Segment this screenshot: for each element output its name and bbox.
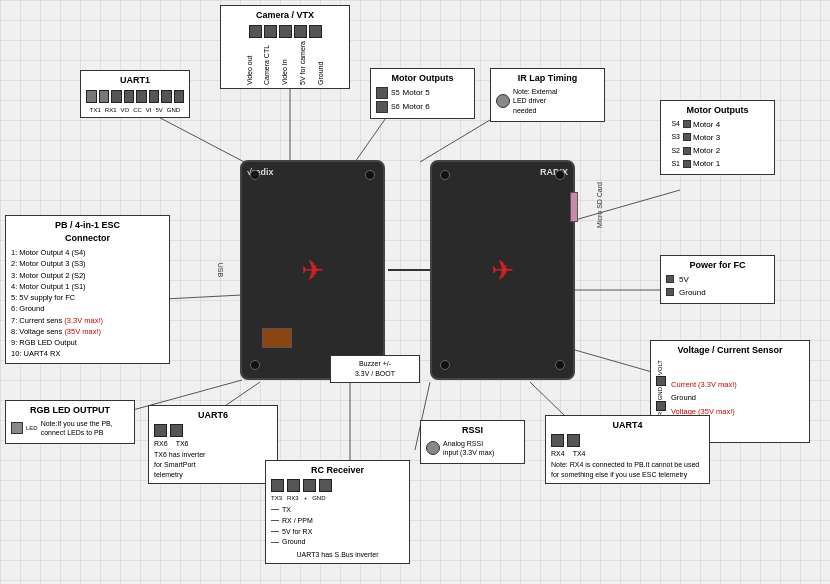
- pb-item-4: 4: Motor Output 1 (S1): [11, 281, 164, 292]
- motor3-text: Motor 3: [693, 132, 720, 143]
- camera-pin-label-4: 5V for camera: [298, 41, 308, 85]
- sd-card-slot: [570, 192, 578, 222]
- uart1-title: UART1: [86, 74, 184, 87]
- motor4-row: S4 Motor 4: [666, 119, 769, 130]
- rgb-led-note: Note:If you use the PB, connect LEDs to …: [41, 419, 129, 439]
- mount-hole-tr-right: [555, 170, 565, 180]
- camera-pin-3: [279, 25, 292, 38]
- motor-outputs-left-title: Motor Outputs: [376, 72, 469, 85]
- motor2-label-s: S2: [666, 146, 680, 156]
- rc-5v-line: [271, 531, 279, 532]
- motor-outputs-left-section: Motor Outputs S5 Motor 5 S6 Motor 6: [370, 68, 475, 119]
- uart1-pin-3: [111, 90, 122, 103]
- pb-item-10: 10: UART4 RX: [11, 348, 164, 359]
- motor5-text: Motor 5: [403, 87, 430, 98]
- board-right: RADIX ✈ Micro SD Card: [430, 160, 575, 380]
- pb-item-8: 8: Voltage sens (35V max!): [11, 326, 164, 337]
- mount-hole-tr-left: [365, 170, 375, 180]
- drone-icon-left: ✈: [301, 254, 324, 287]
- rgb-led-title: RGB LED OUTPUT: [11, 404, 129, 417]
- uart4-tx4-label: TX4: [573, 449, 586, 459]
- ir-lap-section: IR Lap Timing Note: ExternalLED driverne…: [490, 68, 605, 122]
- rc-tx-label: TX: [282, 505, 291, 515]
- power-gnd-row: Ground: [666, 287, 769, 298]
- power-5v-row: 5V: [666, 274, 769, 285]
- current-text: Current (3.3V max!): [671, 378, 737, 392]
- power-gnd-pin: [666, 288, 674, 296]
- uart6-rx6-label: RX6: [154, 439, 168, 449]
- rssi-row: Analog RSSIinput (3.3V max): [426, 439, 519, 459]
- uart4-pins: [551, 434, 704, 447]
- motor-outputs-right-title: Motor Outputs: [666, 104, 769, 117]
- rc-gnd-top: GND: [312, 494, 325, 502]
- pb-item-6: 6: Ground: [11, 303, 164, 314]
- motor5-label: S5: [391, 88, 400, 98]
- rc-note: UART3 has S.Bus inverter: [271, 550, 404, 560]
- pb-item-7: 7: Current sens (3.3V max!): [11, 315, 164, 326]
- motor3-label-s: S3: [666, 132, 680, 142]
- mount-hole-tl-left: [250, 170, 260, 180]
- power-fc-title: Power for FC: [666, 259, 769, 272]
- power-5v-pin: [666, 275, 674, 283]
- rc-tx3-top: TX3: [271, 494, 282, 502]
- uart4-title: UART4: [551, 419, 704, 432]
- rc-rx3-top: RX3: [287, 494, 299, 502]
- uart1-pin-2: [99, 90, 110, 103]
- rc-pin-top-labels: TX3 RX3 + GND: [271, 494, 404, 502]
- gnd-pin-label: GND: [656, 387, 666, 400]
- u1-l5: VI: [146, 106, 152, 114]
- camera-vtx-title: Camera / VTX: [226, 9, 344, 22]
- rssi-desc: Analog RSSIinput (3.3V max): [443, 439, 494, 459]
- motor6-pin: [376, 101, 388, 113]
- u1-l3: VO: [120, 106, 129, 114]
- rc-tx-line: [271, 509, 279, 510]
- ir-pin-row: Note: ExternalLED driverneeded: [496, 87, 599, 116]
- uart6-section: UART6 RX6 TX6 TX6 has inverterfor SmartP…: [148, 405, 278, 484]
- motor1-pin: [683, 160, 691, 168]
- rc-pin-gnd: [319, 479, 332, 492]
- pb-item-2: 2: Motor Output 3 (S3): [11, 258, 164, 269]
- u1-l6: 5V: [156, 106, 163, 114]
- motor1-label-s: S1: [666, 159, 680, 169]
- u1-l1: TX1: [90, 106, 101, 114]
- pb-connector-title: PB / 4-in-1 ESCConnector: [11, 219, 164, 244]
- motor3-row: S3 Motor 3: [666, 132, 769, 143]
- rc-bottom-labels: TX RX / PPM 5V for RX Ground: [271, 505, 404, 547]
- volt-pin: [656, 376, 666, 386]
- usb-label: USB: [217, 263, 224, 277]
- uart1-pin-6: [149, 90, 160, 103]
- component-left-1: [262, 328, 292, 348]
- motor4-text: Motor 4: [693, 119, 720, 130]
- power-gnd-text: Ground: [679, 287, 706, 298]
- rc-5v-label: 5V for RX: [282, 527, 312, 537]
- rgb-led-section: RGB LED OUTPUT LED Note:If you use the P…: [5, 400, 135, 444]
- rc-pins: [271, 479, 404, 492]
- uart1-pin-7: [161, 90, 172, 103]
- uart1-pin-8: [174, 90, 185, 103]
- motor4-label-s: S4: [666, 119, 680, 129]
- pb-item-1: 1: Motor Output 4 (S4): [11, 247, 164, 258]
- uart6-note: TX6 has inverterfor SmartPorttelemetry: [154, 450, 272, 479]
- rc-ground-label: Ground: [282, 537, 305, 547]
- uart1-pin-4: [124, 90, 135, 103]
- motor6-label: S6: [391, 102, 400, 112]
- motor6-row: S6 Motor 6: [376, 101, 469, 113]
- camera-pin-label-5: Ground: [316, 41, 326, 85]
- camera-pin-4: [294, 25, 307, 38]
- rc-pin-plus: [303, 479, 316, 492]
- motor2-text: Motor 2: [693, 145, 720, 156]
- gnd-pin-vc: [656, 401, 666, 411]
- rssi-pin: [426, 441, 440, 455]
- rssi-section: RSSI Analog RSSIinput (3.3V max): [420, 420, 525, 464]
- uart4-pin-rx4: [551, 434, 564, 447]
- motor5-pin: [376, 87, 388, 99]
- pb-connector-items: 1: Motor Output 4 (S4) 2: Motor Output 3…: [11, 247, 164, 360]
- pb-connector-section: PB / 4-in-1 ESCConnector 1: Motor Output…: [5, 215, 170, 364]
- voltage-current-title: Voltage / Current Sensor: [656, 344, 804, 357]
- camera-pin-1: [249, 25, 262, 38]
- motor5-row: S5 Motor 5: [376, 87, 469, 99]
- rc-gnd-line: [271, 542, 279, 543]
- rc-pin-rx3: [287, 479, 300, 492]
- power-5v-text: 5V: [679, 274, 689, 285]
- motor2-row: S2 Motor 2: [666, 145, 769, 156]
